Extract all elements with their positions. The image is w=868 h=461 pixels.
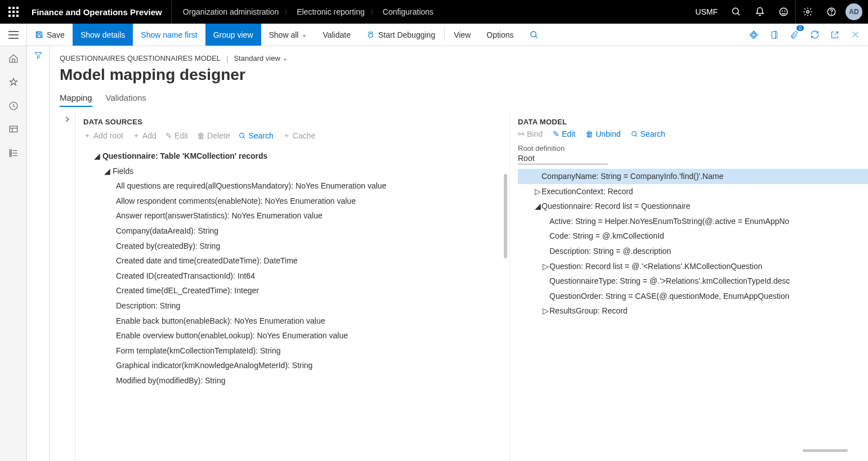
tree-node-field[interactable]: Created time(dEL_CreatedTime): Integer bbox=[83, 283, 507, 298]
caret-collapsed-icon[interactable]: ▷ bbox=[542, 303, 549, 319]
tree-node-field[interactable]: Allow respondent comments(enableNote): N… bbox=[83, 194, 507, 209]
breadcrumb-item[interactable]: Electronic reporting bbox=[297, 7, 365, 16]
add-root-button[interactable]: ＋Add root bbox=[83, 131, 123, 141]
tab-mapping[interactable]: Mapping bbox=[60, 93, 92, 107]
svg-point-11 bbox=[780, 8, 788, 16]
help-icon[interactable] bbox=[820, 0, 843, 24]
workspaces-icon[interactable] bbox=[2, 119, 25, 140]
validate-button[interactable]: Validate bbox=[315, 24, 359, 46]
caret-collapsed-icon[interactable]: ▷ bbox=[542, 259, 549, 274]
page: QUESTIONNAIRES QUESTIONNAIRES MODEL | St… bbox=[50, 46, 868, 461]
view-selector[interactable]: Standard view ⌄ bbox=[234, 54, 287, 62]
tree-node-field[interactable]: Created ID(createdTransactionId): Int64 bbox=[83, 268, 507, 284]
search-button[interactable]: Search bbox=[631, 129, 665, 138]
columns: DATA SOURCES ＋Add root ＋Add ✎Edit 🗑Delet… bbox=[60, 112, 868, 461]
caret-collapsed-icon[interactable]: ▷ bbox=[534, 184, 542, 199]
caret-expanded-icon[interactable]: ◢ bbox=[93, 149, 100, 164]
group-view-button[interactable]: Group view bbox=[205, 24, 261, 46]
model-node-resultsgroup[interactable]: ▷ResultsGroup: Record bbox=[518, 303, 868, 319]
cache-button[interactable]: ＋Cache bbox=[283, 131, 315, 141]
save-button[interactable]: Save bbox=[27, 24, 73, 46]
svg-rect-1 bbox=[12, 7, 15, 9]
model-node-questionnaire[interactable]: ◢Questionnaire: Record list = Questionna… bbox=[518, 199, 868, 214]
office-icon[interactable] bbox=[766, 26, 782, 43]
search-cmd-button[interactable] bbox=[522, 24, 547, 46]
breadcrumb-item[interactable]: Organization administration bbox=[183, 7, 279, 16]
tree-node-root[interactable]: ◢ Questionnaire: Table 'KMCollection' re… bbox=[83, 149, 507, 164]
datasources-area: DATA SOURCES ＋Add root ＋Add ✎Edit 🗑Delet… bbox=[75, 112, 509, 461]
show-name-first-button[interactable]: Show name first bbox=[133, 24, 205, 46]
tree-node-field[interactable]: Company(dataAreaId): String bbox=[83, 223, 507, 239]
search-button[interactable]: Search bbox=[239, 131, 273, 141]
company-label[interactable]: USMF bbox=[688, 7, 724, 16]
model-node-questionorder[interactable]: QuestionOrder: String = CASE(@.questionM… bbox=[518, 289, 868, 304]
separator: | bbox=[226, 54, 228, 62]
tree-node-field[interactable]: Created by(createdBy): String bbox=[83, 239, 507, 254]
popout-icon[interactable] bbox=[826, 26, 843, 43]
edit-button[interactable]: ✎Edit bbox=[553, 129, 575, 138]
delete-button[interactable]: 🗑Delete bbox=[197, 131, 230, 141]
tree-node-field[interactable]: Modified by(modifiedBy): String bbox=[83, 373, 507, 388]
close-icon[interactable] bbox=[847, 26, 863, 43]
datamodel-heading: DATA MODEL bbox=[518, 118, 868, 126]
model-node-description[interactable]: Description: String = @.description bbox=[518, 244, 868, 259]
tree-node-fields[interactable]: ◢ Fields bbox=[83, 164, 507, 179]
model-node-question[interactable]: ▷Question: Record list = @.'<Relations'.… bbox=[518, 259, 868, 274]
scrollbar-thumb[interactable] bbox=[803, 449, 848, 452]
tree-node-field[interactable]: Created date and time(createdDateTime): … bbox=[83, 253, 507, 268]
caret-expanded-icon[interactable]: ◢ bbox=[534, 199, 542, 214]
tree-node-field[interactable]: Description: String bbox=[83, 298, 507, 314]
tree-node-field[interactable]: All questions are required(allQuestionsM… bbox=[83, 178, 507, 194]
svg-point-42 bbox=[632, 131, 636, 136]
unbind-button[interactable]: 🗑Unbind bbox=[585, 129, 620, 138]
show-details-button[interactable]: Show details bbox=[73, 24, 133, 46]
add-button[interactable]: ＋Add bbox=[132, 131, 156, 141]
datasources-column: DATA SOURCES ＋Add root ＋Add ✎Edit 🗑Delet… bbox=[60, 112, 510, 461]
home-icon[interactable] bbox=[2, 48, 25, 69]
hamburger-icon[interactable] bbox=[0, 24, 27, 46]
svg-rect-6 bbox=[8, 15, 11, 17]
tree-node-field[interactable]: Enable back button(enableBack): NoYes En… bbox=[83, 314, 507, 329]
bind-button[interactable]: ⚯Bind bbox=[518, 129, 543, 138]
avatar[interactable]: AD bbox=[845, 3, 862, 20]
model-node-questionnairetype[interactable]: QuestionnaireType: String = @.'>Relation… bbox=[518, 274, 868, 289]
root-definition-value[interactable]: Root bbox=[518, 154, 608, 164]
diamond-icon[interactable] bbox=[745, 26, 762, 43]
datamodel-tree: CompanyName: String = CompanyInfo.'find(… bbox=[518, 169, 868, 319]
modules-icon[interactable] bbox=[2, 143, 25, 163]
attachments-icon[interactable]: 0 bbox=[786, 26, 803, 43]
tree-node-field[interactable]: Form template(kmCollectionTemplateId): S… bbox=[83, 343, 507, 359]
tree-node-field[interactable]: Enable overview button(enableLookup): No… bbox=[83, 328, 507, 343]
tab-validations[interactable]: Validations bbox=[106, 93, 146, 107]
smile-icon[interactable] bbox=[772, 0, 795, 24]
star-icon[interactable] bbox=[2, 72, 25, 92]
recent-icon[interactable] bbox=[2, 96, 25, 116]
model-node-code[interactable]: Code: String = @.kmCollectionId bbox=[518, 229, 868, 244]
breadcrumb-item[interactable]: Configurations bbox=[383, 7, 433, 16]
tree-node-field[interactable]: Answer report(answerStatistics): NoYes E… bbox=[83, 208, 507, 223]
chevron-down-icon: ⌄ bbox=[283, 55, 288, 62]
options-button[interactable]: Options bbox=[478, 24, 521, 46]
gear-icon[interactable] bbox=[796, 0, 820, 24]
model-node-executioncontext[interactable]: ▷ExecutionContext: Record bbox=[518, 184, 868, 199]
start-debugging-button[interactable]: Start Debugging bbox=[359, 24, 443, 46]
view-button[interactable]: View bbox=[446, 24, 478, 46]
svg-rect-35 bbox=[10, 153, 11, 154]
model-node-active[interactable]: Active: String = Helper.NoYesEnumToStrin… bbox=[518, 214, 868, 229]
show-all-button[interactable]: Show all ⌄ bbox=[261, 24, 315, 46]
bell-icon[interactable] bbox=[748, 0, 772, 24]
filter-pane-toggle[interactable] bbox=[27, 46, 50, 461]
tree-node-field[interactable]: Graphical indicator(kmKnowledgeAnalogMet… bbox=[83, 358, 507, 373]
collapse-left-pane[interactable] bbox=[60, 112, 75, 461]
command-bar: Save Show details Show name first Group … bbox=[0, 24, 868, 46]
refresh-icon[interactable] bbox=[806, 26, 823, 43]
search-icon[interactable] bbox=[724, 0, 748, 24]
app-launcher-icon[interactable] bbox=[0, 0, 27, 24]
svg-line-10 bbox=[737, 13, 740, 15]
caret-expanded-icon[interactable]: ◢ bbox=[104, 164, 110, 179]
scrollbar-thumb[interactable] bbox=[504, 174, 507, 258]
edit-button[interactable]: ✎Edit bbox=[165, 131, 188, 141]
svg-line-43 bbox=[636, 135, 637, 137]
model-node-companyname[interactable]: CompanyName: String = CompanyInfo.'find(… bbox=[518, 169, 868, 184]
svg-rect-36 bbox=[10, 155, 11, 156]
